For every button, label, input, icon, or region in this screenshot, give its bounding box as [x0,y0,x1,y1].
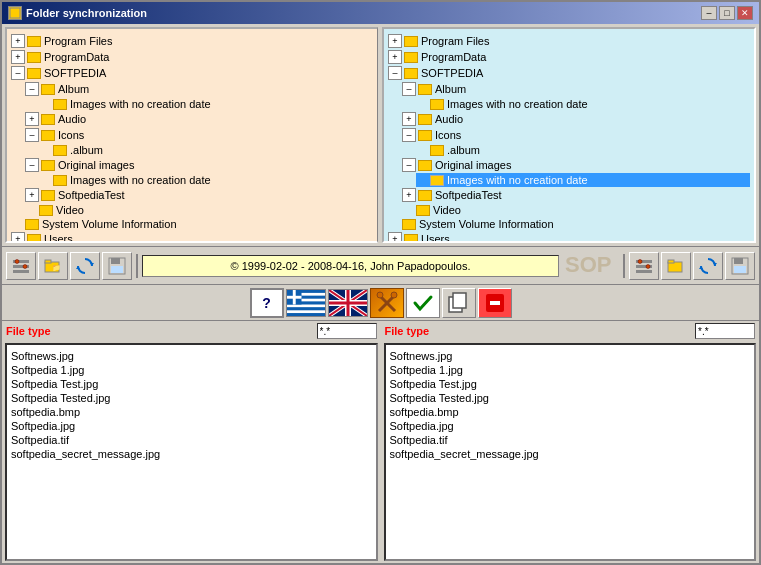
list-item[interactable]: Images with no creation date [39,97,373,111]
open-button[interactable]: 📁 [38,252,68,280]
list-item[interactable]: + Program Files [11,33,373,49]
save-button[interactable] [102,252,132,280]
folder-icon [53,175,67,186]
settings-button[interactable] [6,252,36,280]
expand-icon[interactable]: + [402,188,416,202]
selected-list-item[interactable]: Images with no creation date [416,173,750,187]
help-button[interactable]: ? [250,288,284,318]
expand-icon[interactable]: – [388,66,402,80]
expand-icon[interactable]: – [402,158,416,172]
close-button[interactable]: ✕ [737,6,753,20]
ok-button[interactable] [406,288,440,318]
maximize-button[interactable]: □ [719,6,735,20]
expand-icon[interactable]: + [25,112,39,126]
right-tree-panel[interactable]: + Program Files + ProgramData – SOFTPEDI… [382,27,756,243]
greek-flag-button[interactable] [286,289,326,317]
list-item[interactable]: + Audio [25,111,373,127]
left-tree-panel[interactable]: + Program Files + ProgramData – SOFTPEDI… [5,27,378,243]
list-item[interactable]: + SoftpediaTest [25,187,373,203]
list-item[interactable]: + ProgramData [11,49,373,65]
right-save-button[interactable] [725,252,755,280]
list-item[interactable]: System Volume Information [388,217,750,231]
list-item[interactable]: Video [25,203,373,217]
main-window: Folder synchronization – □ ✕ + Program F… [0,0,761,565]
list-item[interactable]: Images with no creation date [416,97,750,111]
svg-point-16 [646,264,650,268]
list-item[interactable]: + Users [388,231,750,243]
right-open-button[interactable] [661,252,691,280]
list-item[interactable]: Softpedia Tested.jpg [11,391,372,405]
list-item[interactable]: – SOFTPEDIA [388,65,750,81]
refresh-button[interactable] [70,252,100,280]
expand-icon[interactable]: + [388,232,402,243]
right-filter-label: File type [385,325,430,337]
svg-rect-44 [490,301,500,305]
list-item[interactable]: – Icons [25,127,373,143]
list-item[interactable]: + Audio [402,111,750,127]
list-item[interactable]: Softpedia.tif [390,433,751,447]
list-item[interactable]: – Icons [402,127,750,143]
right-settings-button[interactable] [629,252,659,280]
file-panels: Softnews.jpg Softpedia 1.jpg Softpedia T… [2,341,759,563]
tree-panels: + Program Files + ProgramData – SOFTPEDI… [2,24,759,247]
main-content: + Program Files + ProgramData – SOFTPEDI… [2,24,759,563]
copy-button[interactable] [442,288,476,318]
list-item[interactable]: + SoftpediaTest [402,187,750,203]
expand-icon[interactable]: + [402,112,416,126]
list-item[interactable]: Softpedia Test.jpg [11,377,372,391]
list-item[interactable]: Softpedia 1.jpg [390,363,751,377]
title-controls: – □ ✕ [701,6,753,20]
list-item[interactable]: – Album [25,81,373,97]
list-item[interactable]: .album [416,143,750,157]
expand-icon[interactable]: – [402,82,416,96]
list-item[interactable]: Video [402,203,750,217]
list-item[interactable]: – SOFTPEDIA [11,65,373,81]
stop-button[interactable] [478,288,512,318]
expand-icon[interactable]: – [25,128,39,142]
sync-button[interactable] [370,288,404,318]
uk-flag-button[interactable] [328,289,368,317]
list-item[interactable]: System Volume Information [11,217,373,231]
list-item[interactable]: softpedia_secret_message.jpg [11,447,372,461]
expand-icon[interactable]: – [25,158,39,172]
right-file-panel[interactable]: Softnews.jpg Softpedia 1.jpg Softpedia T… [384,343,757,561]
list-item[interactable]: Softpedia.tif [11,433,372,447]
separator [623,254,625,278]
expand-icon[interactable]: – [11,66,25,80]
folder-icon [418,84,432,95]
left-filter-input[interactable] [317,323,377,339]
list-item[interactable]: Softpedia.jpg [390,419,751,433]
list-item[interactable]: .album [39,143,373,157]
window-icon [8,6,22,20]
list-item[interactable]: Softpedia Tested.jpg [390,391,751,405]
left-filter-label: File type [6,325,51,337]
list-item[interactable]: softpedia.bmp [390,405,751,419]
svg-point-14 [638,259,642,263]
list-item[interactable]: + Users [11,231,373,243]
minimize-button[interactable]: – [701,6,717,20]
list-item[interactable]: + Program Files [388,33,750,49]
expand-icon[interactable]: + [388,34,402,48]
list-item[interactable]: Softpedia.jpg [11,419,372,433]
expand-icon[interactable]: + [388,50,402,64]
list-item[interactable]: Softpedia 1.jpg [11,363,372,377]
right-refresh-button[interactable] [693,252,723,280]
list-item[interactable]: + ProgramData [388,49,750,65]
list-item[interactable]: Softpedia Test.jpg [390,377,751,391]
expand-icon[interactable]: – [25,82,39,96]
list-item[interactable]: Images with no creation date [39,173,373,187]
list-item[interactable]: Softnews.jpg [11,349,372,363]
expand-icon[interactable]: + [11,232,25,243]
list-item[interactable]: – Original images [25,157,373,173]
right-filter-input[interactable] [695,323,755,339]
expand-icon[interactable]: + [11,50,25,64]
list-item[interactable]: softpedia.bmp [11,405,372,419]
left-file-panel[interactable]: Softnews.jpg Softpedia 1.jpg Softpedia T… [5,343,378,561]
list-item[interactable]: Softnews.jpg [390,349,751,363]
list-item[interactable]: – Original images [402,157,750,173]
expand-icon[interactable]: – [402,128,416,142]
list-item[interactable]: – Album [402,81,750,97]
list-item[interactable]: softpedia_secret_message.jpg [390,447,751,461]
expand-icon[interactable]: + [11,34,25,48]
expand-icon[interactable]: + [25,188,39,202]
